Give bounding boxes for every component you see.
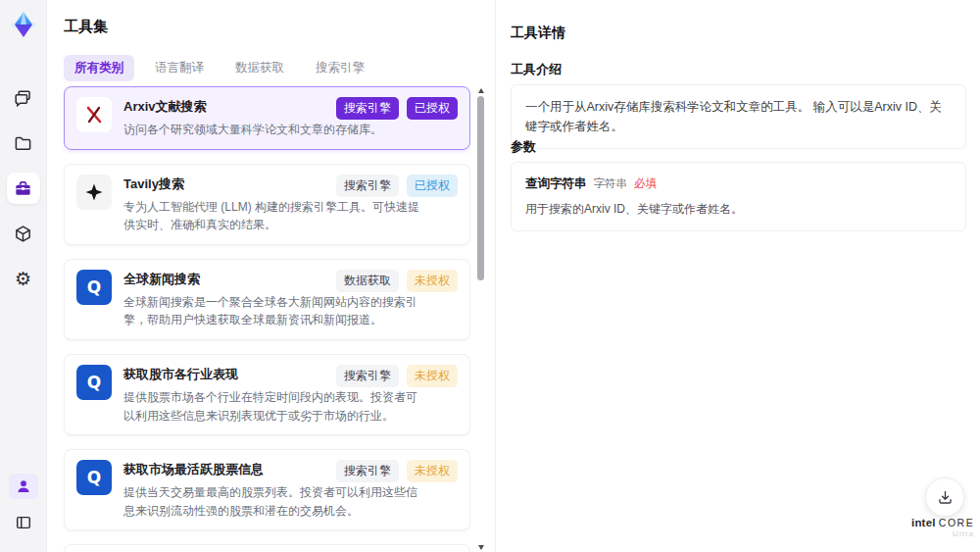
tool-tags: 搜索引擎 已授权	[336, 97, 458, 120]
tab-language-translation[interactable]: 语言翻译	[144, 55, 215, 81]
q-glyph: Q	[87, 373, 101, 392]
app-logo	[7, 8, 40, 41]
tool-description: 全球新闻搜索是一个聚合全球各大新闻网站内容的搜索引擎，帮助用户快速获取全球最新资…	[123, 293, 425, 329]
tool-tags: 搜索引擎 未授权	[336, 460, 458, 482]
parameter-card: 查询字符串 字符串 必填 用于搜索的Arxiv ID、关键字或作者姓名。	[511, 162, 966, 231]
category-badge: 数据获取	[336, 270, 399, 292]
tab-data-fetch[interactable]: 数据获取	[224, 55, 295, 81]
sidebar-item-models[interactable]	[7, 218, 40, 249]
toolbox-icon	[14, 179, 32, 198]
q-glyph: Q	[87, 277, 101, 297]
sidebar-nav: ⚙	[7, 82, 40, 294]
active-stocks-icon: Q	[76, 460, 112, 495]
app-window: ⚙ 工具集 所有类别 语言翻译 数据获取	[0, 0, 980, 552]
status-badge: 未授权	[407, 460, 458, 482]
news-search-icon: Q	[76, 270, 112, 305]
list-scrollbar	[476, 86, 486, 552]
required-badge: 必填	[634, 176, 657, 191]
status-badge: 已授权	[407, 175, 458, 197]
brand-text: intel CORE	[911, 517, 974, 528]
tool-card-global-news[interactable]: Q 全球新闻搜索 全球新闻搜索是一个聚合全球各大新闻网站内容的搜索引擎，帮助用户…	[64, 259, 470, 340]
collapse-sidebar-button[interactable]	[7, 507, 40, 538]
status-badge: 已授权	[407, 97, 458, 120]
tool-card-tavily[interactable]: Tavily搜索 专为人工智能代理 (LLM) 构建的搜索引擎工具。可快速提供实…	[64, 164, 470, 245]
tab-all-categories[interactable]: 所有类别	[64, 55, 134, 81]
brand-core: CORE	[939, 517, 974, 528]
parameter-header: 查询字符串 字符串 必填	[525, 176, 952, 192]
category-badge: 搜索引擎	[336, 97, 399, 120]
tool-list: Arxiv文献搜索 访问各个研究领域大量科学论文和文章的存储库。 搜索引擎 已授…	[64, 86, 470, 552]
scrollbar-thumb[interactable]	[477, 96, 484, 280]
scroll-up-arrow-icon[interactable]	[478, 88, 484, 93]
category-badge: 搜索引擎	[336, 365, 399, 387]
category-tabs: 所有类别 语言翻译 数据获取 搜索引擎	[64, 55, 375, 81]
tool-description: 访问各个研究领域大量科学论文和文章的存储库。	[123, 121, 382, 139]
parameter-description: 用于搜索的Arxiv ID、关键字或作者姓名。	[525, 201, 952, 218]
parameter-type: 字符串	[594, 176, 628, 191]
tool-details-pane: 工具详情 工具介绍 一个用于从Arxiv存储库搜索科学论文和文章的工具。 输入可…	[495, 0, 980, 552]
sidebar-item-files[interactable]	[7, 127, 40, 159]
stock-sector-icon: Q	[76, 365, 112, 400]
sidebar-item-chat[interactable]	[7, 82, 40, 114]
category-badge: 搜索引擎	[336, 175, 399, 197]
tool-card-most-active-stocks[interactable]: Q 获取市场最活跃股票信息 提供当天交易量最高的股票列表。投资者可以利用这些信息…	[64, 449, 470, 530]
tool-card-regional-news[interactable]: 万维地区新闻查询 查询具体行政区划内的新闻，快速了解各地新闻动 搜索引擎 未授权	[64, 544, 470, 552]
tool-description: 提供当天交易量最高的股票列表。投资者可以利用这些信息来识别流动性强的股票和潜在的…	[123, 483, 425, 520]
brand-intel: intel	[911, 517, 936, 528]
person-icon	[16, 478, 31, 494]
sidebar-item-settings[interactable]: ⚙	[7, 263, 40, 294]
parameter-name: 查询字符串	[525, 176, 587, 192]
tool-tags: 数据获取 未授权	[336, 270, 458, 292]
intro-heading: 工具介绍	[511, 61, 562, 78]
status-badge: 未授权	[407, 365, 458, 387]
intel-core-badge: intel CORE Ultra	[911, 517, 974, 538]
intro-card: 一个用于从Arxiv存储库搜索科学论文和文章的工具。 输入可以是Arxiv ID…	[511, 84, 966, 149]
tool-tags: 搜索引擎 未授权	[336, 365, 458, 387]
user-avatar[interactable]	[9, 474, 38, 499]
tab-search-engine[interactable]: 搜索引擎	[305, 55, 375, 81]
cube-icon	[14, 225, 32, 243]
gem-logo-icon	[9, 10, 38, 39]
brand-sub: Ultra	[911, 529, 974, 538]
tool-card-arxiv[interactable]: Arxiv文献搜索 访问各个研究领域大量科学论文和文章的存储库。 搜索引擎 已授…	[64, 86, 470, 150]
download-button[interactable]	[925, 477, 964, 517]
tool-tags: 搜索引擎 已授权	[336, 175, 458, 197]
status-badge: 未授权	[407, 270, 458, 292]
arxiv-logo-icon	[76, 97, 112, 132]
sidebar-rail: ⚙	[0, 0, 47, 552]
tavily-star-icon	[76, 175, 112, 210]
panel-toggle-icon	[15, 514, 32, 531]
chat-icon	[14, 89, 32, 108]
params-heading: 参数	[511, 138, 536, 156]
page-title: 工具集	[64, 18, 108, 36]
gear-icon: ⚙	[15, 270, 31, 288]
q-glyph: Q	[87, 468, 101, 487]
category-badge: 搜索引擎	[336, 460, 399, 482]
details-title: 工具详情	[511, 25, 565, 42]
scroll-down-arrow-icon[interactable]	[478, 545, 484, 550]
folder-icon	[14, 134, 32, 153]
sidebar-bottom	[7, 474, 40, 538]
tool-description: 专为人工智能代理 (LLM) 构建的搜索引擎工具。可快速提供实时、准确和真实的结…	[123, 198, 425, 234]
tool-card-sector-performance[interactable]: Q 获取股市各行业表现 提供股票市场各个行业在特定时间段内的表现。投资者可以利用…	[64, 354, 470, 435]
tool-description: 提供股票市场各个行业在特定时间段内的表现。投资者可以利用这些信息来识别表现优于或…	[123, 388, 425, 425]
sidebar-item-toolset[interactable]	[7, 173, 40, 204]
download-icon	[937, 489, 954, 506]
toolset-pane: 工具集 所有类别 语言翻译 数据获取 搜索引擎 Arxiv文献搜索 访问各个研究…	[47, 0, 495, 552]
